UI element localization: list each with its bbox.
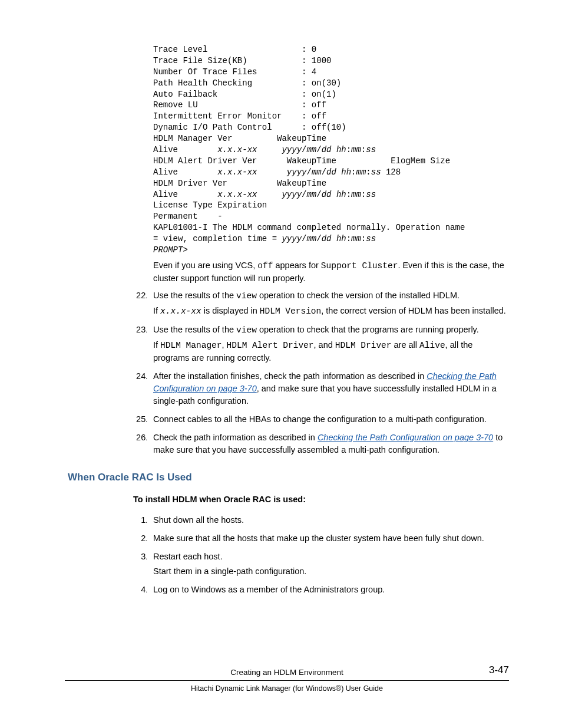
step-23: 23 Use the results of the view operation… [133, 324, 509, 364]
step-number: 2 [133, 532, 147, 545]
step-number: 25 [133, 413, 147, 426]
instruction-list: 22 Use the results of the view operation… [65, 289, 509, 456]
section-heading-oracle-rac: When Oracle RAC Is Used [68, 470, 509, 485]
link-checking-path[interactable]: Checking the Path Configuration on page … [318, 433, 493, 442]
page-footer: 3-47 Creating an HDLM Environment Hitach… [65, 667, 509, 694]
step-number: 22 [133, 289, 147, 302]
step-26: 26 Check the path information as describ… [133, 431, 509, 456]
step-number: 4 [133, 584, 147, 596]
step-25: 25 Connect cables to all the HBAs to cha… [133, 413, 509, 426]
footer-rule [65, 680, 509, 681]
step-number: 23 [133, 324, 147, 336]
rac-instruction-list: 1 Shut down all the hosts. 2 Make sure t… [65, 514, 509, 596]
step-number: 3 [133, 551, 147, 563]
step-number: 26 [133, 431, 147, 444]
step-22: 22 Use the results of the view operation… [133, 289, 509, 318]
rac-step-1: 1 Shut down all the hosts. [133, 514, 509, 526]
procedure-title: To install HDLM when Oracle RAC is used: [133, 493, 509, 506]
footer-chapter: Creating an HDLM Environment [65, 667, 509, 678]
rac-step-2: 2 Make sure that all the hosts that make… [133, 532, 509, 545]
page-number: 3-47 [489, 663, 509, 678]
footer-guide-title: Hitachi Dynamic Link Manager (for Window… [65, 683, 509, 694]
rac-step-3: 3 Restart each host. Start them in a sin… [133, 551, 509, 578]
cluster-note: Even if you are using VCS, off appears f… [153, 259, 509, 285]
step-24: 24 After the installation finishes, chec… [133, 370, 509, 407]
code-output: Trace Level : 0 Trace File Size(KB) : 10… [153, 44, 509, 256]
step-number: 1 [133, 514, 147, 526]
rac-step-4: 4 Log on to Windows as a member of the A… [133, 584, 509, 596]
step-number: 24 [133, 370, 147, 383]
